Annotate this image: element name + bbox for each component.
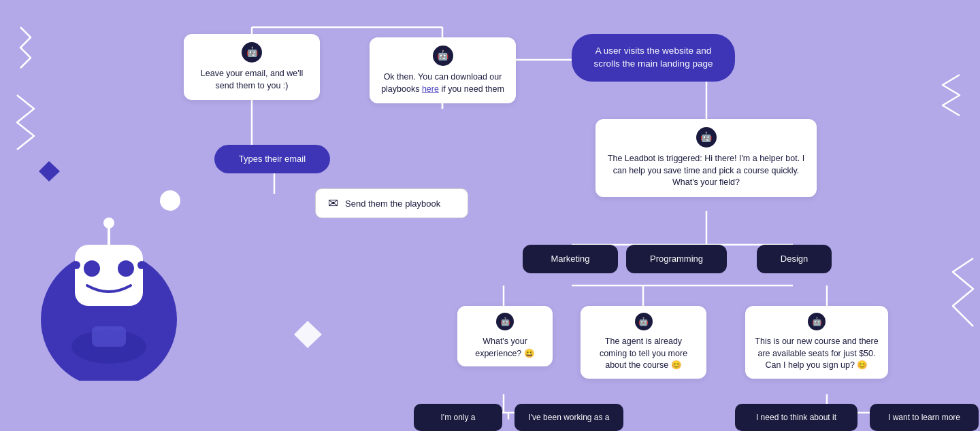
svg-marker-27 (294, 321, 322, 348)
trigger-label: A user visits the website and scrolls th… (594, 46, 713, 69)
new-course-node: 🤖 This is our new course and there are a… (745, 306, 888, 379)
design-node[interactable]: Design (757, 245, 832, 273)
send-playbook-label: Send them the playbook (345, 199, 440, 209)
svg-point-33 (103, 218, 114, 228)
deco-zigzag-right-top (919, 68, 966, 125)
send-playbook-node: ✉ Send them the playbook (315, 188, 468, 218)
leadbot-label: The Leadbot is triggered: Hi there! I'm … (608, 154, 804, 187)
deco-zigzag-right-bottom (939, 252, 980, 336)
types-email-node: Types their email (214, 145, 330, 173)
ok-then-icon: 🤖 (433, 46, 453, 66)
btn-learn-label: I want to learn more (888, 413, 960, 422)
svg-point-37 (137, 261, 146, 269)
btn-think-node[interactable]: I need to think about it (735, 404, 858, 431)
programming-node[interactable]: Programming (626, 245, 727, 273)
ok-then-label-after: if you need them (441, 84, 504, 94)
btn-working-label: I've been working as a (528, 413, 609, 422)
new-course-label: This is our new course and there are ava… (755, 337, 878, 370)
btn-think-label: I need to think about it (756, 413, 836, 422)
agent-coming-label: The agent is already coming to tell you … (600, 337, 687, 370)
btn-only-node[interactable]: I'm only a (414, 404, 502, 431)
deco-zigzag-topleft (14, 20, 68, 77)
leave-email-icon: 🤖 (242, 42, 262, 63)
leadbot-node: 🤖 The Leadbot is triggered: Hi there! I'… (595, 119, 817, 197)
svg-rect-35 (92, 326, 126, 347)
programming-label: Programming (650, 254, 703, 264)
svg-point-36 (72, 261, 80, 269)
ok-then-link[interactable]: here (422, 84, 439, 94)
btn-learn-node[interactable]: I want to learn more (870, 404, 979, 431)
leave-email-label: Leave your email, and we'll send them to… (201, 69, 303, 90)
deco-diamond-bottomleft (293, 320, 323, 353)
marketing-label: Marketing (551, 254, 589, 264)
mail-icon: ✉ (328, 196, 338, 211)
what-experience-node: 🤖 What's your experience? 😀 (457, 306, 553, 366)
agent-coming-node: 🤖 The agent is already coming to tell yo… (581, 306, 706, 379)
canvas: A user visits the website and scrolls th… (0, 0, 980, 431)
what-exp-icon: 🤖 (496, 313, 514, 330)
agent-icon: 🤖 (635, 313, 653, 330)
robot-illustration (27, 190, 191, 381)
ok-then-node: 🤖 Ok then. You can download our playbook… (370, 37, 516, 103)
leadbot-icon: 🤖 (696, 127, 717, 148)
new-course-icon: 🤖 (808, 313, 826, 330)
leave-email-node: 🤖 Leave your email, and we'll send them … (184, 34, 320, 100)
svg-marker-26 (39, 161, 60, 182)
marketing-node[interactable]: Marketing (523, 245, 618, 273)
svg-point-31 (118, 260, 134, 277)
deco-diamond-left (37, 160, 61, 186)
svg-rect-29 (75, 245, 143, 306)
deco-zigzag-left (10, 88, 58, 159)
btn-only-label: I'm only a (441, 413, 476, 422)
btn-working-node[interactable]: I've been working as a (514, 404, 623, 431)
types-email-label: Types their email (239, 154, 306, 164)
svg-point-30 (84, 260, 100, 277)
trigger-node: A user visits the website and scrolls th… (572, 34, 735, 82)
what-exp-label: What's your experience? 😀 (475, 337, 535, 358)
design-label: Design (781, 254, 808, 264)
